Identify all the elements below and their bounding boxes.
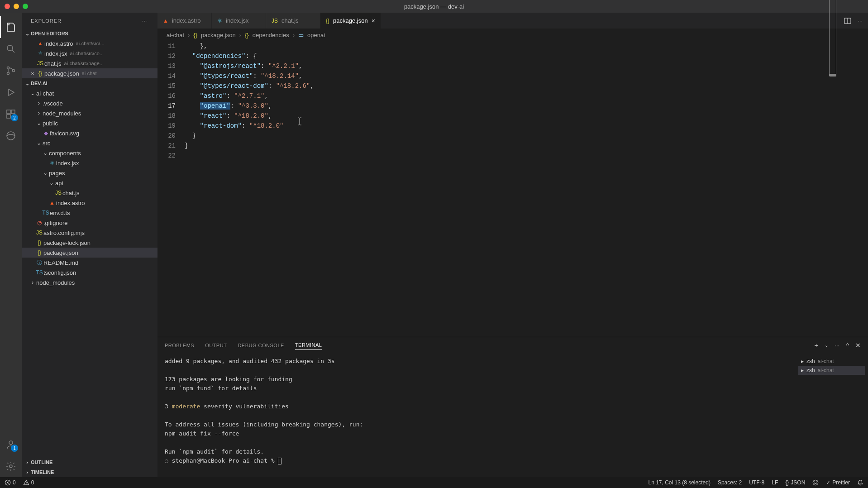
search-view-icon[interactable] — [0, 38, 22, 60]
folder-item[interactable]: ⌄ai-chat — [22, 88, 157, 98]
file-icon: JS — [54, 190, 62, 196]
outline-section[interactable]: ›OUTLINE — [22, 457, 157, 467]
folder-item[interactable]: ›.vscode — [22, 98, 157, 108]
terminal-line — [165, 366, 788, 375]
editor-tab[interactable]: ⚛index.jsx — [212, 13, 266, 29]
status-errors[interactable]: 0 — [5, 479, 16, 486]
file-item[interactable]: ▲index.astro — [22, 198, 157, 208]
terminal-dropdown-icon[interactable]: ⌄ — [825, 343, 828, 348]
file-item[interactable]: ⓘREADME.md — [22, 258, 157, 268]
terminal-cursor — [278, 458, 281, 464]
file-name: index.jsx — [56, 160, 79, 167]
editor-tab[interactable]: JSchat.js — [266, 13, 320, 29]
status-prettier[interactable]: ✓ Prettier — [826, 479, 850, 486]
sidebar-more-icon[interactable]: ··· — [142, 18, 148, 24]
file-item[interactable]: TStsconfig.json — [22, 268, 157, 277]
settings-gear-icon[interactable] — [0, 455, 22, 477]
terminal-list-item[interactable]: ▸zsh ai-chat — [798, 366, 865, 375]
close-tab-icon[interactable]: × — [372, 17, 375, 24]
open-editor-item[interactable]: ⚛index.jsxai-chat/src/co... — [22, 48, 157, 58]
folder-item[interactable]: ⌄src — [22, 138, 157, 148]
terminal-line — [165, 393, 788, 402]
output-tab[interactable]: OUTPUT — [205, 341, 227, 350]
problems-tab[interactable]: PROBLEMS — [165, 341, 194, 350]
explorer-view-icon[interactable] — [0, 16, 22, 38]
file-name: env.d.ts — [50, 210, 70, 216]
file-item[interactable]: TSenv.d.ts — [22, 208, 157, 218]
terminal-shell: zsh — [806, 358, 815, 364]
file-item[interactable]: ◆favicon.svg — [22, 128, 157, 138]
project-section[interactable]: ⌄DEV-AI — [22, 78, 157, 88]
terminal-tab[interactable]: TERMINAL — [295, 340, 322, 350]
svg-rect-6 — [7, 115, 10, 118]
folder-item[interactable]: ›node_modules — [22, 108, 157, 118]
folder-item[interactable]: ⌄api — [22, 178, 157, 188]
status-encoding[interactable]: UTF-8 — [749, 479, 764, 486]
open-editor-item[interactable]: ×{}package.jsonai-chat — [22, 68, 157, 78]
status-feedback[interactable] — [812, 479, 819, 486]
file-item[interactable]: {}package.json — [22, 248, 157, 258]
close-icon[interactable]: × — [29, 70, 36, 77]
folder-item[interactable]: ⌄components — [22, 148, 157, 158]
file-icon: ⚛ — [36, 50, 44, 57]
edge-tools-icon[interactable] — [0, 125, 22, 147]
project-label: DEV-AI — [31, 81, 48, 86]
status-spaces[interactable]: Spaces: 2 — [718, 479, 742, 486]
chevron-icon: › — [29, 279, 36, 286]
file-icon: ◔ — [35, 220, 43, 226]
terminal-line: 173 packages are looking for funding — [165, 375, 788, 384]
panel-more-icon[interactable]: ··· — [835, 342, 840, 349]
maximize-window-button[interactable] — [23, 4, 28, 9]
timeline-label: TIMELINE — [31, 469, 54, 475]
code-editor[interactable]: 111213141516171819202122 }, "dependencie… — [157, 41, 868, 337]
status-lang[interactable]: {} JSON — [785, 479, 805, 486]
run-debug-view-icon[interactable] — [0, 81, 22, 103]
folder-name: public — [43, 120, 58, 127]
maximize-panel-icon[interactable]: ^ — [846, 342, 849, 349]
open-editor-item[interactable]: JSchat.jsai-chat/src/page... — [22, 58, 157, 68]
file-path-hint: ai-chat/src/page... — [64, 61, 104, 66]
file-item[interactable]: {}package-lock.json — [22, 238, 157, 248]
breadcrumb-openai[interactable]: openai — [307, 32, 325, 38]
debug-console-tab[interactable]: DEBUG CONSOLE — [238, 341, 284, 350]
breadcrumb-dependencies[interactable]: dependencies — [253, 32, 289, 38]
editor-tab[interactable]: {}package.json× — [320, 13, 381, 29]
file-item[interactable]: JSastro.config.mjs — [22, 228, 157, 238]
close-panel-icon[interactable]: ✕ — [855, 342, 861, 349]
new-terminal-icon[interactable]: + — [815, 342, 818, 349]
close-window-button[interactable] — [5, 4, 10, 9]
file-name: chat.js — [44, 60, 62, 67]
source-control-view-icon[interactable] — [0, 60, 22, 81]
status-notifications-icon[interactable] — [857, 479, 863, 486]
file-item[interactable]: JSchat.js — [22, 188, 157, 198]
timeline-section[interactable]: ›TIMELINE — [22, 467, 157, 477]
file-icon: TS — [42, 210, 50, 216]
breadcrumb-folder[interactable]: ai-chat — [167, 32, 184, 38]
sidebar-title-label: EXPLORER — [31, 18, 62, 24]
folder-item[interactable]: ⌄pages — [22, 168, 157, 178]
status-warnings[interactable]: 0 — [23, 479, 34, 486]
folder-item[interactable]: ›node_modules — [22, 277, 157, 287]
breadcrumb-file[interactable]: package.json — [201, 32, 236, 38]
bottom-panel: PROBLEMS OUTPUT DEBUG CONSOLE TERMINAL +… — [157, 337, 868, 477]
open-editor-item[interactable]: ▲index.astroai-chat/src/... — [22, 38, 157, 48]
open-editors-section[interactable]: ⌄OPEN EDITORS — [22, 29, 157, 38]
status-eol[interactable]: LF — [772, 479, 778, 486]
file-icon: JS — [36, 60, 44, 67]
file-item[interactable]: ◔.gitignore — [22, 218, 157, 228]
status-cursor[interactable]: Ln 17, Col 13 (8 selected) — [648, 479, 710, 486]
extensions-view-icon[interactable]: 2 — [0, 103, 22, 125]
accounts-icon[interactable]: 1 — [0, 434, 22, 455]
chevron-icon: ⌄ — [29, 90, 36, 96]
terminal-line — [165, 438, 788, 447]
terminal-list-item[interactable]: ▸zsh ai-chat — [798, 357, 865, 366]
minimize-window-button[interactable] — [14, 4, 19, 9]
folder-item[interactable]: ⌄public — [22, 118, 157, 128]
file-name: tsconfig.json — [43, 269, 76, 276]
editor-tab[interactable]: ▲index.astro — [157, 13, 212, 29]
file-item[interactable]: ⚛index.jsx — [22, 158, 157, 168]
terminal-output[interactable]: added 9 packages, and audited 432 packag… — [157, 353, 796, 477]
svg-rect-4 — [7, 110, 10, 114]
terminal-list: ▸zsh ai-chat▸zsh ai-chat — [796, 353, 868, 477]
activity-bar: 2 1 — [0, 13, 22, 477]
